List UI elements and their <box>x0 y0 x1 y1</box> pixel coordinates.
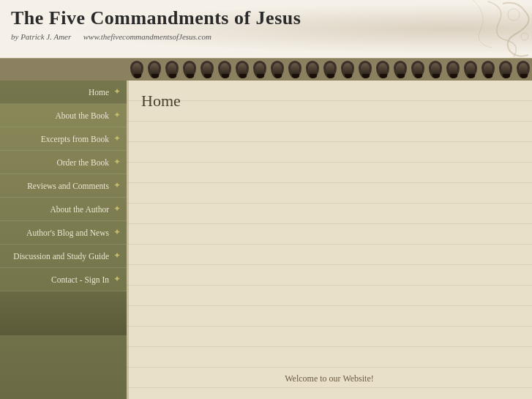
author-name: by Patrick J. Amer <box>11 32 71 41</box>
nav-item-label: Reviews and Comments <box>7 182 109 190</box>
nav-item-label: About the Book <box>7 111 109 120</box>
spiral-ring <box>394 61 407 78</box>
header-decoration <box>371 0 532 59</box>
svg-point-0 <box>508 9 520 20</box>
spiral-ring <box>201 61 214 78</box>
nav-item-label: Contact - Sign In <box>7 275 109 284</box>
nav-item-arrow-icon: ✦ <box>113 274 121 285</box>
website-url: www.thefivecommandmentsofJesus.com <box>83 32 211 41</box>
main-layout: Home✦About the Book✦Excerpts from Book✦O… <box>0 81 532 399</box>
nav-item-arrow-icon: ✦ <box>113 86 121 97</box>
sidebar-nav-item-1[interactable]: About the Book✦ <box>0 104 127 127</box>
sidebar: Home✦About the Book✦Excerpts from Book✦O… <box>0 81 127 399</box>
nav-item-label: Author's Blog and News <box>7 228 109 237</box>
spiral-binding <box>0 59 532 81</box>
spiral-ring <box>376 61 389 78</box>
spiral-ring <box>306 61 319 78</box>
nav-item-arrow-icon: ✦ <box>113 133 121 144</box>
nav-item-arrow-icon: ✦ <box>113 157 121 168</box>
spiral-ring <box>517 61 530 78</box>
nav-item-label: About the Author <box>7 205 109 214</box>
spiral-ring <box>341 61 354 78</box>
nav-item-label: Home <box>7 88 109 97</box>
sidebar-nav-item-6[interactable]: Author's Blog and News✦ <box>0 221 127 245</box>
spiral-ring <box>165 61 179 78</box>
svg-point-1 <box>521 33 528 40</box>
content-area: Home Welcome to our Website! <box>127 81 532 399</box>
spiral-ring <box>183 61 196 78</box>
sidebar-nav-item-5[interactable]: About the Author✦ <box>0 198 127 221</box>
spiral-ring <box>359 61 372 78</box>
sidebar-nav-item-3[interactable]: Order the Book✦ <box>0 151 127 174</box>
nav-item-label: Excerpts from Book <box>7 135 109 143</box>
spiral-ring <box>288 61 301 78</box>
spiral-ring <box>271 61 284 78</box>
spiral-ring <box>323 61 337 78</box>
spiral-ring <box>429 61 442 78</box>
spiral-ring <box>218 61 231 78</box>
nav-item-arrow-icon: ✦ <box>113 250 121 261</box>
spiral-ring <box>499 61 512 78</box>
sidebar-bottom-decoration <box>0 291 127 335</box>
spiral-ring <box>130 61 143 78</box>
sidebar-nav-item-4[interactable]: Reviews and Comments✦ <box>0 174 127 198</box>
page-header: The Five Commandments of Jesus by Patric… <box>0 0 532 59</box>
welcome-text: Welcome to our Website! <box>285 373 373 384</box>
spiral-ring <box>446 61 460 78</box>
sidebar-nav-item-8[interactable]: Contact - Sign In✦ <box>0 268 127 291</box>
nav-item-arrow-icon: ✦ <box>113 227 121 238</box>
spiral-ring <box>253 61 266 78</box>
nav-item-arrow-icon: ✦ <box>113 180 121 191</box>
sidebar-nav-item-0[interactable]: Home✦ <box>0 81 127 104</box>
sidebar-nav-item-7[interactable]: Discussion and Study Guide✦ <box>0 245 127 268</box>
nav-item-arrow-icon: ✦ <box>113 110 121 121</box>
content-title: Home <box>141 92 517 111</box>
spiral-ring <box>411 61 424 78</box>
nav-item-label: Discussion and Study Guide <box>7 252 109 261</box>
spiral-ring <box>482 61 495 78</box>
nav-menu: Home✦About the Book✦Excerpts from Book✦O… <box>0 81 127 291</box>
spiral-ring <box>148 61 161 78</box>
sidebar-nav-item-2[interactable]: Excerpts from Book✦ <box>0 127 127 151</box>
spiral-ring <box>236 61 249 78</box>
nav-item-label: Order the Book <box>7 158 109 167</box>
spiral-ring <box>464 61 477 78</box>
nav-item-arrow-icon: ✦ <box>113 204 121 215</box>
